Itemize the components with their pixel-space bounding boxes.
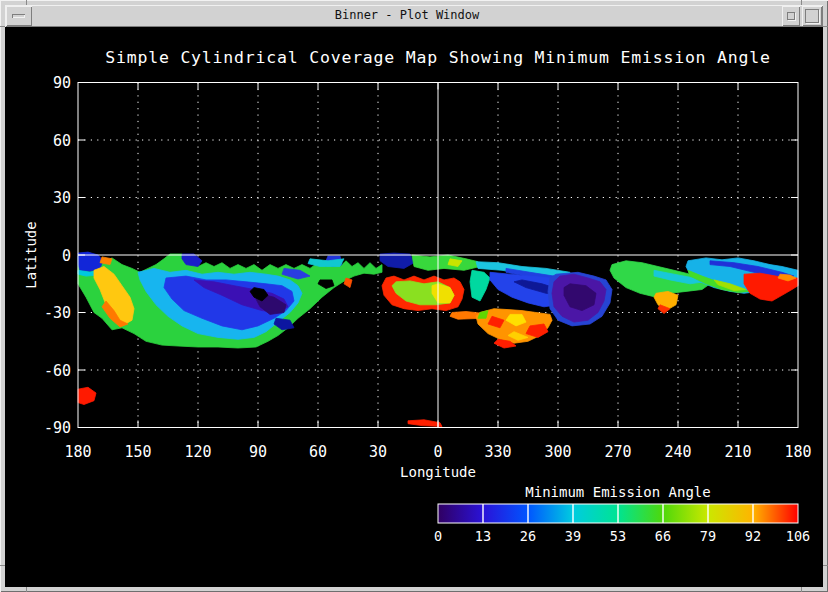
coverage-map-plot: Simple Cylindrical Coverage Map Showing … xyxy=(5,27,823,587)
maximize-icon xyxy=(805,9,819,23)
resize-notch-right-top[interactable] xyxy=(823,26,828,27)
colorbar-tick-label: 92 xyxy=(745,528,761,544)
minimize-icon xyxy=(787,12,795,20)
coverage-region xyxy=(408,420,442,427)
x-tick-label: 90 xyxy=(249,443,267,461)
colorbar-tick-label: 79 xyxy=(700,528,716,544)
coverage-region xyxy=(470,270,490,301)
y-tick-label: 90 xyxy=(53,74,71,92)
colorbar-tick-label: 53 xyxy=(610,528,626,544)
colorbar-tick-label: 66 xyxy=(655,528,671,544)
resize-notch-bottom-right[interactable] xyxy=(801,587,802,592)
colorbar-segment xyxy=(663,504,708,523)
window-frame[interactable]: Binner - Plot Window Simple Cylindrical … xyxy=(0,0,828,592)
colorbar-tick-label: 13 xyxy=(475,528,491,544)
minimize-button[interactable] xyxy=(782,6,800,26)
y-tick-label: 30 xyxy=(53,189,71,207)
colorbar-segment xyxy=(483,504,528,523)
y-tick-label: -60 xyxy=(44,362,71,380)
x-tick-label: 0 xyxy=(433,443,442,461)
plot-canvas: Simple Cylindrical Coverage Map Showing … xyxy=(5,27,823,587)
coverage-region xyxy=(78,387,96,404)
colorbar-segment xyxy=(753,504,798,523)
colorbar-title: Minimum Emission Angle xyxy=(525,484,710,500)
y-tick-label: 60 xyxy=(53,132,71,150)
x-tick-label: 120 xyxy=(184,443,211,461)
colorbar-tick-label: 39 xyxy=(565,528,581,544)
y-tick-label: -90 xyxy=(44,419,71,437)
coverage-region xyxy=(478,311,488,319)
window-titlebar[interactable]: Binner - Plot Window xyxy=(5,5,823,27)
coverage-region xyxy=(412,255,480,270)
x-tick-label: 270 xyxy=(604,443,631,461)
x-tick-label: 180 xyxy=(784,443,811,461)
x-axis-title: Longitude xyxy=(400,464,476,480)
colorbar-segment xyxy=(528,504,573,523)
resize-notch-right-bottom[interactable] xyxy=(823,565,828,566)
y-axis-title: Latitude xyxy=(23,221,39,288)
colorbar-tick-label: 0 xyxy=(434,528,442,544)
colorbar-tick-label: 26 xyxy=(520,528,536,544)
x-tick-label: 210 xyxy=(724,443,751,461)
x-tick-label: 30 xyxy=(369,443,387,461)
colorbar-segment xyxy=(618,504,663,523)
x-tick-label: 330 xyxy=(484,443,511,461)
y-tick-label: -30 xyxy=(44,304,71,322)
x-tick-label: 150 xyxy=(124,443,151,461)
resize-notch-bottom-left[interactable] xyxy=(26,587,27,592)
window-menu-icon xyxy=(12,14,25,18)
y-tick-label: 0 xyxy=(62,247,71,265)
chart-title: Simple Cylindrical Coverage Map Showing … xyxy=(105,48,771,67)
coverage-region xyxy=(100,257,112,265)
window-title: Binner - Plot Window xyxy=(33,5,781,27)
colorbar-segment xyxy=(708,504,753,523)
x-tick-label: 180 xyxy=(64,443,91,461)
colorbar-segment xyxy=(438,504,483,523)
window-menu-button[interactable] xyxy=(6,6,32,26)
colorbar-tick-label: 106 xyxy=(786,528,810,544)
x-tick-label: 60 xyxy=(309,443,327,461)
coverage-region xyxy=(344,278,352,288)
colorbar-segment xyxy=(573,504,618,523)
x-tick-label: 240 xyxy=(664,443,691,461)
maximize-button[interactable] xyxy=(802,6,822,26)
x-tick-label: 300 xyxy=(544,443,571,461)
